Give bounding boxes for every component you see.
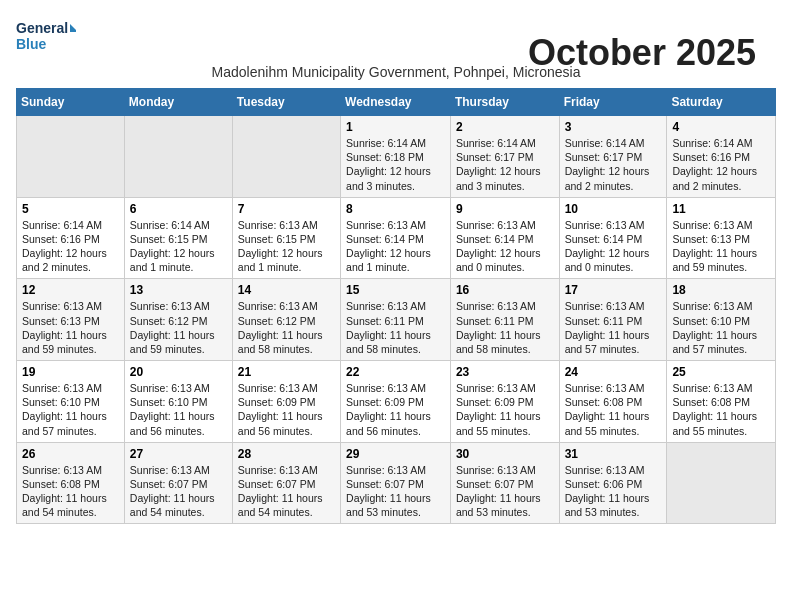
- day-cell: 28Sunrise: 6:13 AM Sunset: 6:07 PM Dayli…: [232, 442, 340, 524]
- day-info: Sunrise: 6:14 AM Sunset: 6:16 PM Dayligh…: [22, 218, 119, 275]
- day-number: 31: [565, 447, 662, 461]
- day-info: Sunrise: 6:13 AM Sunset: 6:13 PM Dayligh…: [672, 218, 770, 275]
- header-day-thursday: Thursday: [450, 89, 559, 116]
- logo-svg: General Blue: [16, 16, 76, 56]
- day-number: 22: [346, 365, 445, 379]
- week-row-5: 26Sunrise: 6:13 AM Sunset: 6:08 PM Dayli…: [17, 442, 776, 524]
- day-cell: [667, 442, 776, 524]
- day-number: 12: [22, 283, 119, 297]
- day-info: Sunrise: 6:13 AM Sunset: 6:06 PM Dayligh…: [565, 463, 662, 520]
- day-info: Sunrise: 6:13 AM Sunset: 6:09 PM Dayligh…: [238, 381, 335, 438]
- header-row: SundayMondayTuesdayWednesdayThursdayFrid…: [17, 89, 776, 116]
- day-info: Sunrise: 6:13 AM Sunset: 6:08 PM Dayligh…: [672, 381, 770, 438]
- day-cell: 18Sunrise: 6:13 AM Sunset: 6:10 PM Dayli…: [667, 279, 776, 361]
- day-number: 21: [238, 365, 335, 379]
- day-cell: 11Sunrise: 6:13 AM Sunset: 6:13 PM Dayli…: [667, 197, 776, 279]
- day-cell: 31Sunrise: 6:13 AM Sunset: 6:06 PM Dayli…: [559, 442, 667, 524]
- day-number: 15: [346, 283, 445, 297]
- day-cell: 13Sunrise: 6:13 AM Sunset: 6:12 PM Dayli…: [124, 279, 232, 361]
- svg-text:Blue: Blue: [16, 36, 47, 52]
- day-number: 8: [346, 202, 445, 216]
- week-row-2: 5Sunrise: 6:14 AM Sunset: 6:16 PM Daylig…: [17, 197, 776, 279]
- day-number: 24: [565, 365, 662, 379]
- day-cell: 20Sunrise: 6:13 AM Sunset: 6:10 PM Dayli…: [124, 361, 232, 443]
- day-info: Sunrise: 6:13 AM Sunset: 6:10 PM Dayligh…: [22, 381, 119, 438]
- day-number: 5: [22, 202, 119, 216]
- week-row-3: 12Sunrise: 6:13 AM Sunset: 6:13 PM Dayli…: [17, 279, 776, 361]
- day-number: 3: [565, 120, 662, 134]
- header-day-sunday: Sunday: [17, 89, 125, 116]
- day-cell: 1Sunrise: 6:14 AM Sunset: 6:18 PM Daylig…: [341, 116, 451, 198]
- day-cell: 7Sunrise: 6:13 AM Sunset: 6:15 PM Daylig…: [232, 197, 340, 279]
- day-number: 11: [672, 202, 770, 216]
- day-cell: 5Sunrise: 6:14 AM Sunset: 6:16 PM Daylig…: [17, 197, 125, 279]
- day-cell: 22Sunrise: 6:13 AM Sunset: 6:09 PM Dayli…: [341, 361, 451, 443]
- day-info: Sunrise: 6:13 AM Sunset: 6:15 PM Dayligh…: [238, 218, 335, 275]
- day-number: 20: [130, 365, 227, 379]
- calendar-table: SundayMondayTuesdayWednesdayThursdayFrid…: [16, 88, 776, 524]
- day-cell: 26Sunrise: 6:13 AM Sunset: 6:08 PM Dayli…: [17, 442, 125, 524]
- day-number: 18: [672, 283, 770, 297]
- svg-marker-2: [70, 24, 76, 32]
- day-number: 6: [130, 202, 227, 216]
- day-cell: [232, 116, 340, 198]
- header-day-wednesday: Wednesday: [341, 89, 451, 116]
- week-row-1: 1Sunrise: 6:14 AM Sunset: 6:18 PM Daylig…: [17, 116, 776, 198]
- day-info: Sunrise: 6:13 AM Sunset: 6:08 PM Dayligh…: [22, 463, 119, 520]
- day-cell: 25Sunrise: 6:13 AM Sunset: 6:08 PM Dayli…: [667, 361, 776, 443]
- day-cell: 17Sunrise: 6:13 AM Sunset: 6:11 PM Dayli…: [559, 279, 667, 361]
- day-info: Sunrise: 6:13 AM Sunset: 6:11 PM Dayligh…: [346, 299, 445, 356]
- title-section: October 2025: [528, 32, 756, 74]
- day-cell: 16Sunrise: 6:13 AM Sunset: 6:11 PM Dayli…: [450, 279, 559, 361]
- day-cell: 21Sunrise: 6:13 AM Sunset: 6:09 PM Dayli…: [232, 361, 340, 443]
- day-cell: 15Sunrise: 6:13 AM Sunset: 6:11 PM Dayli…: [341, 279, 451, 361]
- day-cell: 3Sunrise: 6:14 AM Sunset: 6:17 PM Daylig…: [559, 116, 667, 198]
- day-info: Sunrise: 6:13 AM Sunset: 6:11 PM Dayligh…: [456, 299, 554, 356]
- day-number: 14: [238, 283, 335, 297]
- month-title: October 2025: [528, 32, 756, 74]
- day-info: Sunrise: 6:14 AM Sunset: 6:17 PM Dayligh…: [456, 136, 554, 193]
- day-cell: 12Sunrise: 6:13 AM Sunset: 6:13 PM Dayli…: [17, 279, 125, 361]
- day-number: 29: [346, 447, 445, 461]
- day-cell: 27Sunrise: 6:13 AM Sunset: 6:07 PM Dayli…: [124, 442, 232, 524]
- day-info: Sunrise: 6:13 AM Sunset: 6:07 PM Dayligh…: [456, 463, 554, 520]
- day-number: 26: [22, 447, 119, 461]
- day-number: 30: [456, 447, 554, 461]
- day-info: Sunrise: 6:13 AM Sunset: 6:08 PM Dayligh…: [565, 381, 662, 438]
- day-info: Sunrise: 6:14 AM Sunset: 6:17 PM Dayligh…: [565, 136, 662, 193]
- day-number: 7: [238, 202, 335, 216]
- day-info: Sunrise: 6:14 AM Sunset: 6:15 PM Dayligh…: [130, 218, 227, 275]
- day-info: Sunrise: 6:13 AM Sunset: 6:09 PM Dayligh…: [346, 381, 445, 438]
- header-day-tuesday: Tuesday: [232, 89, 340, 116]
- day-cell: 10Sunrise: 6:13 AM Sunset: 6:14 PM Dayli…: [559, 197, 667, 279]
- header-day-monday: Monday: [124, 89, 232, 116]
- day-cell: 9Sunrise: 6:13 AM Sunset: 6:14 PM Daylig…: [450, 197, 559, 279]
- day-info: Sunrise: 6:13 AM Sunset: 6:14 PM Dayligh…: [565, 218, 662, 275]
- day-info: Sunrise: 6:13 AM Sunset: 6:10 PM Dayligh…: [130, 381, 227, 438]
- day-number: 19: [22, 365, 119, 379]
- day-info: Sunrise: 6:13 AM Sunset: 6:12 PM Dayligh…: [238, 299, 335, 356]
- day-info: Sunrise: 6:13 AM Sunset: 6:07 PM Dayligh…: [238, 463, 335, 520]
- day-info: Sunrise: 6:13 AM Sunset: 6:09 PM Dayligh…: [456, 381, 554, 438]
- day-number: 2: [456, 120, 554, 134]
- day-cell: 30Sunrise: 6:13 AM Sunset: 6:07 PM Dayli…: [450, 442, 559, 524]
- svg-text:General: General: [16, 20, 68, 36]
- day-cell: [124, 116, 232, 198]
- day-cell: 14Sunrise: 6:13 AM Sunset: 6:12 PM Dayli…: [232, 279, 340, 361]
- day-cell: 23Sunrise: 6:13 AM Sunset: 6:09 PM Dayli…: [450, 361, 559, 443]
- day-number: 10: [565, 202, 662, 216]
- day-cell: 4Sunrise: 6:14 AM Sunset: 6:16 PM Daylig…: [667, 116, 776, 198]
- day-number: 25: [672, 365, 770, 379]
- day-number: 13: [130, 283, 227, 297]
- top-area: General Blue October 2025: [16, 16, 776, 56]
- day-info: Sunrise: 6:13 AM Sunset: 6:12 PM Dayligh…: [130, 299, 227, 356]
- day-info: Sunrise: 6:13 AM Sunset: 6:14 PM Dayligh…: [456, 218, 554, 275]
- day-number: 1: [346, 120, 445, 134]
- day-number: 16: [456, 283, 554, 297]
- day-cell: 19Sunrise: 6:13 AM Sunset: 6:10 PM Dayli…: [17, 361, 125, 443]
- day-cell: 24Sunrise: 6:13 AM Sunset: 6:08 PM Dayli…: [559, 361, 667, 443]
- day-info: Sunrise: 6:13 AM Sunset: 6:11 PM Dayligh…: [565, 299, 662, 356]
- day-number: 23: [456, 365, 554, 379]
- day-number: 28: [238, 447, 335, 461]
- day-info: Sunrise: 6:14 AM Sunset: 6:16 PM Dayligh…: [672, 136, 770, 193]
